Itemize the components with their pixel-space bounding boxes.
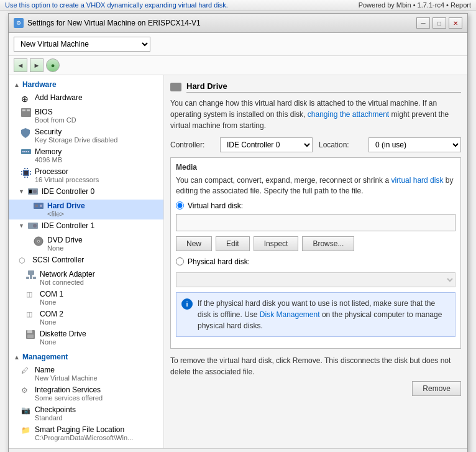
- dvd-label: DVD Drive: [47, 236, 158, 244]
- security-sublabel: Key Storage Drive disabled: [35, 136, 158, 144]
- inspect-button[interactable]: Inspect: [254, 236, 299, 251]
- svg-rect-10: [21, 171, 22, 172]
- sidebar-item-processor[interactable]: Processor 16 Virtual processors: [9, 165, 163, 185]
- refresh-button[interactable]: ●: [46, 58, 60, 72]
- network-sublabel: Not connected: [40, 279, 158, 286]
- physical-disk-select[interactable]: [176, 272, 455, 287]
- controller-select[interactable]: IDE Controller 0: [220, 137, 313, 152]
- vhd-radio-row: Virtual hard disk:: [176, 201, 455, 210]
- sidebar-item-hard-drive[interactable]: Hard Drive <file>: [9, 200, 163, 219]
- smart-paging-label: Smart Paging File Location: [35, 425, 158, 434]
- svg-point-28: [38, 241, 39, 242]
- hardware-section-header[interactable]: ▲ Hardware: [9, 78, 163, 91]
- sidebar-item-name[interactable]: 🖊 Name New Virtual Machine: [9, 364, 163, 384]
- com1-sublabel: None: [40, 298, 158, 306]
- forward-button[interactable]: ►: [30, 58, 43, 72]
- name-label: Name: [35, 366, 158, 374]
- settings-window: ⚙ Settings for New Virtual Machine on ER…: [8, 13, 468, 452]
- svg-rect-31: [26, 277, 29, 279]
- attachment-info: You can change how this virtual hard dis…: [170, 98, 461, 131]
- sidebar-item-checkpoints[interactable]: 📷 Checkpoints Standard: [9, 404, 163, 423]
- new-button[interactable]: New: [176, 236, 212, 251]
- svg-rect-23: [35, 205, 38, 207]
- network-icon: [26, 270, 36, 280]
- location-select[interactable]: 0 (in use): [368, 137, 461, 152]
- svg-rect-14: [24, 168, 25, 169]
- sidebar-item-com1[interactable]: ◫ COM 1 None: [9, 288, 163, 308]
- svg-rect-6: [26, 151, 27, 152]
- hard-drive-label: Hard Drive: [47, 201, 158, 210]
- integration-icon: ⚙: [21, 386, 31, 396]
- com1-icon: ◫: [26, 290, 36, 300]
- top-bar-right: Powered by Mbin • 1.7.1-rc4 • Report: [359, 1, 471, 9]
- sidebar-item-ide1[interactable]: ▼ IDE Controller 1: [9, 219, 163, 234]
- browse-button[interactable]: Browse...: [302, 236, 354, 251]
- controller-row: Controller: IDE Controller 0 Location: 0…: [170, 137, 461, 152]
- remove-button[interactable]: Remove: [412, 381, 461, 396]
- ide1-expand-icon: ▼: [19, 223, 24, 229]
- top-bar-left: Use this option to create a VHDX dynamic…: [5, 1, 228, 9]
- sidebar-item-network[interactable]: Network Adapter Not connected: [9, 268, 163, 288]
- diskette-icon: [26, 330, 36, 340]
- sidebar-item-memory[interactable]: Memory 4096 MB: [9, 145, 163, 165]
- bios-icon: [21, 108, 31, 118]
- physical-radio[interactable]: [176, 257, 184, 265]
- svg-rect-29: [28, 270, 34, 275]
- panel-title-row: Hard Drive: [170, 81, 461, 93]
- vhd-radio[interactable]: [176, 201, 184, 210]
- panel-icon: [170, 83, 181, 91]
- sidebar-item-security[interactable]: Security Key Storage Drive disabled: [9, 126, 163, 145]
- vhd-radio-label: Virtual hard disk:: [188, 201, 243, 210]
- processor-sublabel: 16 Virtual processors: [35, 176, 158, 183]
- sidebar-item-diskette[interactable]: Diskette Drive None: [9, 328, 163, 348]
- window-title: Settings for New Virtual Machine on ERIS…: [27, 19, 201, 27]
- hard-drive-sublabel: <file>: [47, 210, 158, 218]
- name-sublabel: New Virtual Machine: [35, 374, 158, 382]
- security-label: Security: [35, 127, 158, 136]
- right-panel: Hard Drive You can change how this virtu…: [164, 75, 467, 448]
- sidebar-item-dvd-drive[interactable]: DVD Drive None: [9, 234, 163, 254]
- svg-point-20: [33, 190, 37, 193]
- svg-rect-17: [27, 177, 28, 178]
- vhd-path-input[interactable]: [176, 214, 455, 231]
- maximize-button[interactable]: □: [433, 17, 446, 29]
- sidebar-item-integration[interactable]: ⚙ Integration Services Some services off…: [9, 384, 163, 404]
- sidebar-item-com2[interactable]: ◫ COM 2 None: [9, 308, 163, 328]
- svg-rect-32: [30, 277, 32, 279]
- ide1-icon: [28, 222, 38, 232]
- management-section-label: Management: [22, 353, 68, 361]
- title-bar-left: ⚙ Settings for New Virtual Machine on ER…: [14, 18, 201, 28]
- top-bar: Use this option to create a VHDX dynamic…: [0, 0, 476, 11]
- edit-button[interactable]: Edit: [216, 236, 250, 251]
- minimize-button[interactable]: ─: [416, 17, 430, 29]
- ide1-label: IDE Controller 1: [42, 221, 158, 230]
- checkpoints-label: Checkpoints: [35, 405, 158, 414]
- svg-rect-11: [21, 173, 22, 175]
- svg-rect-9: [24, 171, 28, 175]
- close-button[interactable]: ✕: [449, 17, 462, 29]
- svg-rect-35: [27, 330, 32, 333]
- sidebar-item-smart-paging[interactable]: 📁 Smart Paging File Location C:\ProgramD…: [9, 423, 163, 443]
- title-bar-controls: ─ □ ✕: [416, 17, 462, 29]
- hard-drive-icon: [34, 202, 43, 212]
- dvd-sublabel: None: [47, 244, 158, 252]
- svg-rect-2: [27, 109, 30, 111]
- main-content: ▲ Hardware ⊕ Add Hardware BIOS Boot from…: [9, 75, 467, 448]
- sidebar-item-ide0[interactable]: ▼ IDE Controller 0: [9, 185, 163, 200]
- checkpoints-icon: 📷: [21, 406, 31, 416]
- footer: OK Cancel Apply: [9, 448, 467, 452]
- bios-label: BIOS: [35, 108, 158, 116]
- remove-text: To remove the virtual hard disk, click R…: [170, 355, 461, 377]
- sidebar-item-bios[interactable]: BIOS Boot from CD: [9, 106, 163, 126]
- dvd-icon: [34, 236, 43, 246]
- svg-point-25: [33, 224, 37, 228]
- smart-paging-icon: 📁: [21, 426, 31, 436]
- management-section-header[interactable]: ▲ Management: [9, 350, 163, 364]
- sidebar-item-add-hardware[interactable]: ⊕ Add Hardware: [9, 91, 163, 106]
- vm-selector[interactable]: New Virtual Machine: [14, 37, 150, 52]
- physical-section: Physical hard disk:: [176, 257, 455, 287]
- hardware-section-label: Hardware: [22, 80, 57, 89]
- back-button[interactable]: ◄: [14, 58, 27, 72]
- svg-rect-1: [22, 109, 25, 111]
- sidebar-item-scsi[interactable]: ⬡ SCSI Controller: [9, 254, 163, 268]
